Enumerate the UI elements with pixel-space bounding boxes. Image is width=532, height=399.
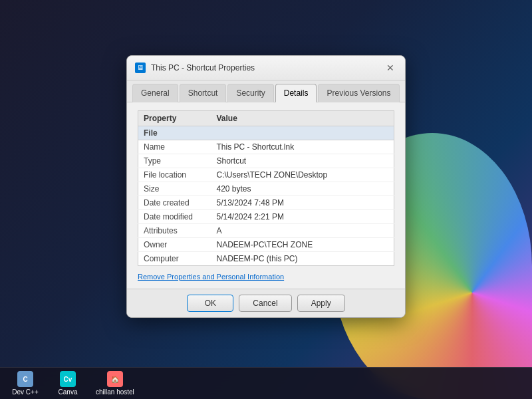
tab-security[interactable]: Security (227, 84, 273, 102)
taskbar-item-canva[interactable]: Cv Canva (48, 368, 88, 398)
tab-details[interactable]: Details (275, 84, 317, 102)
dialog-icon: 🖥 (135, 63, 146, 73)
section-file: File (138, 126, 394, 140)
tab-previous-versions[interactable]: Previous Versions (318, 84, 399, 102)
ok-button[interactable]: OK (187, 295, 233, 312)
properties-table: Property Value File Name This PC - Short… (138, 110, 394, 266)
dialog-overlay: 🖥 This PC - Shortcut Properties ✕ Genera… (0, 0, 532, 399)
col-header-property: Property (138, 110, 211, 126)
tab-shortcut[interactable]: Shortcut (180, 84, 227, 102)
dialog-footer: OK Cancel Apply (127, 289, 405, 317)
taskbar-item-dev-cpp[interactable]: C Dev C++ (5, 368, 45, 398)
table-row: Owner NADEEM-PC\TECH ZONE (138, 237, 394, 251)
properties-dialog: 🖥 This PC - Shortcut Properties ✕ Genera… (126, 55, 406, 318)
dialog-content: Property Value File Name This PC - Short… (127, 102, 405, 289)
table-row: Type Shortcut (138, 154, 394, 168)
table-row: Name This PC - Shortcut.lnk (138, 140, 394, 154)
table-row: Attributes A (138, 223, 394, 237)
table-row: Computer NADEEM-PC (this PC) (138, 251, 394, 265)
dialog-title-bar: 🖥 This PC - Shortcut Properties ✕ (127, 56, 405, 80)
canva-icon: Cv (60, 371, 76, 387)
tabs-bar: General Shortcut Security Details Previo… (127, 80, 405, 102)
dev-cpp-icon: C (17, 371, 33, 387)
close-button[interactable]: ✕ (384, 61, 397, 74)
col-header-value: Value (211, 110, 394, 126)
table-row: Date created 5/13/2024 7:48 PM (138, 196, 394, 209)
table-row: Date modified 5/14/2024 2:21 PM (138, 209, 394, 223)
taskbar: C Dev C++ Cv Canva 🏠 chillan hostel (0, 367, 532, 399)
taskbar-item-chillan-hostel[interactable]: 🏠 chillan hostel (90, 368, 140, 398)
dialog-title: This PC - Shortcut Properties (151, 63, 378, 72)
taskbar-label-chillan-hostel: chillan hostel (96, 388, 134, 396)
table-row: Size 420 bytes (138, 182, 394, 196)
remove-properties-link[interactable]: Remove Properties and Personal Informati… (138, 273, 394, 281)
taskbar-label-canva: Canva (59, 388, 78, 396)
cancel-button[interactable]: Cancel (239, 295, 291, 312)
table-row: File location C:\Users\TECH ZONE\Desktop (138, 168, 394, 182)
apply-button[interactable]: Apply (297, 295, 345, 312)
tab-general[interactable]: General (132, 84, 178, 102)
taskbar-label-dev-cpp: Dev C++ (12, 388, 38, 396)
chillan-hostel-icon: 🏠 (107, 371, 123, 387)
